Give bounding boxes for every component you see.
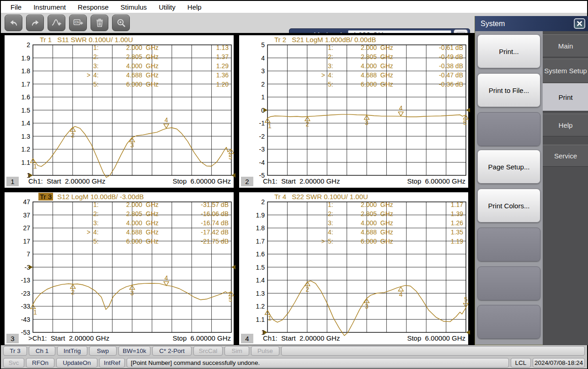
marker-2[interactable]: 2 — [305, 282, 310, 293]
marker-1[interactable]: 1 — [265, 118, 272, 130]
system-panel-header: System — [475, 16, 588, 31]
close-icon[interactable] — [574, 18, 585, 29]
marker-number: 1: — [93, 44, 99, 51]
plot-tr1-s11: Tr 1S11 SWR 0.100U/ 1.00U21.91.81.71.61.… — [5, 35, 234, 188]
print-button[interactable]: Print... — [477, 34, 540, 68]
plot-tr4-s22: Tr 4S22 SWR 0.100U/ 1.00U21.91.81.71.61.… — [239, 192, 468, 345]
svg-text:3: 3 — [365, 303, 369, 310]
marker-1[interactable]: 1 — [265, 310, 272, 322]
svg-text:5: 5 — [463, 119, 467, 126]
menu-bar: FileInstrumentResponseStimulusUtilityHel… — [1, 1, 587, 13]
svg-text:4: 4 — [399, 291, 403, 298]
marker-value: -16.74 dB — [172, 219, 229, 227]
menu-stimulus[interactable]: Stimulus — [115, 2, 153, 12]
status-inttrig[interactable]: IntTrig — [57, 346, 87, 356]
status-srccal: SrcCal — [193, 346, 223, 356]
status-ch-1[interactable]: Ch 1 — [29, 346, 55, 356]
blank-softkey-7[interactable] — [477, 305, 540, 339]
svg-text:2: 2 — [71, 288, 75, 296]
marker-frequency: 4.688 GHz — [126, 228, 159, 236]
system-panel-title: System — [481, 20, 574, 28]
svg-text:1: 1 — [33, 309, 37, 316]
marker-table-row: 1:2.000 GHz1.13 — [5, 44, 234, 53]
tab-main[interactable]: Main — [543, 34, 588, 57]
redo-button[interactable] — [26, 15, 44, 31]
status-rfon[interactable]: RFOn — [26, 358, 54, 368]
vna-app-window: FileInstrumentResponseStimulusUtilityHel… — [0, 0, 588, 369]
undo-button[interactable] — [5, 15, 22, 31]
marker-frequency: 2.805 GHz — [126, 53, 159, 60]
channel-number-box[interactable]: 1 — [6, 177, 19, 186]
marker-frequency: 4.000 GHz — [126, 62, 159, 70]
undo-icon — [8, 17, 19, 28]
marker-number: 2: — [328, 210, 333, 217]
menu-help[interactable]: Help — [182, 2, 208, 12]
marker-value: -31.57 dB — [172, 201, 229, 208]
status-pulse: Pulse — [251, 346, 279, 356]
marker-2[interactable]: 2 — [70, 284, 75, 296]
marker-value: -0.38 dB — [406, 62, 463, 70]
system-softkey-panel: System Print...Print to File...Page Setu… — [475, 16, 588, 345]
status-bw-10k[interactable]: BW=10k — [118, 346, 150, 356]
marker-value: 1.13 — [172, 44, 229, 51]
marker-4-active[interactable]: 4 — [164, 116, 169, 128]
sweep-start-label: Ch1: Start 2.00000 GHz — [263, 177, 340, 185]
channel-number-box[interactable]: 4 — [241, 334, 253, 343]
marker-frequency: 4.000 GHz — [361, 219, 393, 227]
marker-frequency: 2.000 GHz — [361, 44, 393, 51]
marker-number: 3: — [328, 62, 333, 70]
active-marker-indicator: > — [83, 228, 91, 236]
marker-2[interactable]: 2 — [305, 117, 310, 128]
menu-response[interactable]: Response — [72, 2, 115, 12]
add-trace-button[interactable] — [48, 15, 65, 31]
menu-file[interactable]: File — [5, 2, 27, 12]
svg-text:1: 1 — [268, 122, 272, 130]
marker-4-active[interactable]: 4 — [164, 274, 169, 286]
status-tr-3[interactable]: Tr 3 — [3, 346, 27, 356]
marker-1[interactable]: 1 — [31, 158, 37, 170]
marker-frequency: 2.805 GHz — [361, 53, 393, 60]
marker-number: 5: — [93, 238, 99, 245]
menu-instrument[interactable]: Instrument — [27, 2, 72, 12]
status-intref[interactable]: IntRef — [99, 358, 125, 368]
marker-number: 4: — [93, 228, 99, 236]
add-channel-button[interactable]: Ch — [69, 15, 87, 31]
marker-value: -0.49 dB — [406, 53, 463, 60]
print-colors-button[interactable]: Print Colors... — [477, 189, 540, 222]
marker-table-row: >4:4.688 GHz-0.47 dB — [239, 71, 468, 81]
marker-frequency: 6.000 GHz — [126, 238, 159, 245]
marker-value: -17.42 dB — [172, 228, 229, 236]
marker-value: 1.35 — [406, 228, 463, 236]
marker-table-row: 2:2.805 GHz1.39 — [239, 210, 468, 219]
menu-utility[interactable]: Utility — [153, 2, 182, 12]
channel-number-box[interactable]: 3 — [6, 334, 19, 343]
sweep-start-label: Ch1: Start 2.00000 GHz — [28, 177, 105, 185]
active-marker-indicator: > — [318, 71, 325, 79]
redo-icon — [30, 17, 41, 28]
status-updateon[interactable]: UpdateOn — [56, 358, 97, 368]
tab-system-setup[interactable]: System Setup — [543, 59, 588, 83]
marker-table-row: 1:2.000 GHz-0.61 dB — [239, 44, 468, 53]
svg-text:3: 3 — [130, 141, 134, 149]
zoom-button[interactable] — [112, 15, 130, 31]
svg-text:4: 4 — [165, 274, 168, 282]
tab-help[interactable]: Help — [543, 114, 588, 136]
delete-button[interactable] — [91, 15, 108, 31]
tab-service[interactable]: Service — [543, 145, 588, 167]
svg-text:1: 1 — [33, 163, 37, 170]
status-swp[interactable]: Swp — [89, 346, 117, 356]
tab-print[interactable]: Print — [543, 83, 588, 111]
print-to-file-button[interactable]: Print to File... — [477, 73, 540, 107]
svg-text:5: 5 — [229, 296, 232, 303]
status-c-2-port[interactable]: C* 2-Port — [152, 346, 192, 356]
blank-softkey-5[interactable] — [477, 228, 540, 261]
marker-4[interactable]: 4 — [398, 287, 403, 298]
blank-softkey-2[interactable] — [477, 112, 540, 146]
marker-table-row: 3:4.000 GHz-0.38 dB — [239, 62, 468, 71]
blank-softkey-6[interactable] — [477, 266, 540, 300]
channel-number-box[interactable]: 2 — [241, 177, 253, 186]
marker-value: 1.36 — [172, 71, 229, 79]
marker-4-active[interactable]: 4 — [398, 104, 403, 116]
page-setup-button[interactable]: Page Setup... — [477, 150, 540, 184]
marker-number: 4: — [328, 228, 333, 236]
